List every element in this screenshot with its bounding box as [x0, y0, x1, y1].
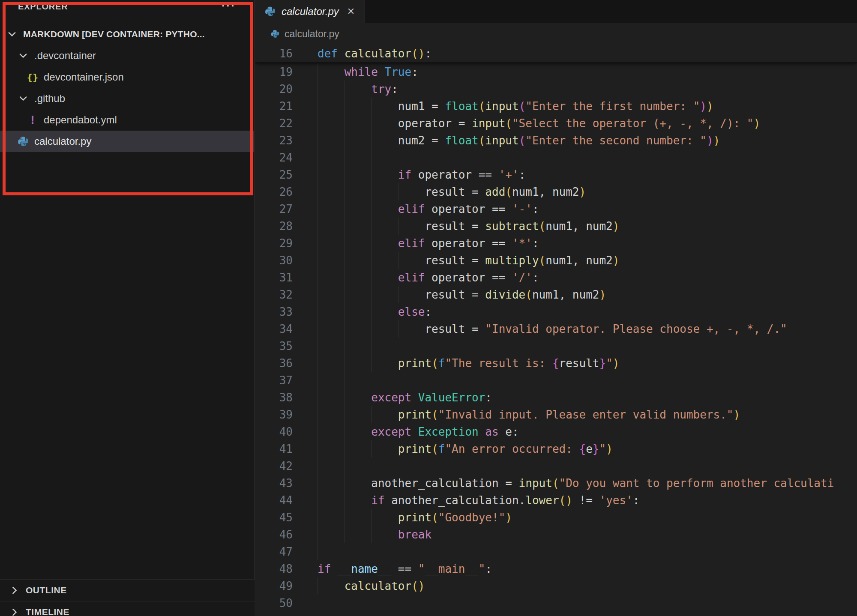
code-line-text: result = "Invalid operator. Please choos…: [318, 320, 857, 338]
code-area[interactable]: 19 while True:20 try:21 num1 = float(inp…: [255, 63, 857, 616]
code-line-36[interactable]: 36 print(f"The result is: {result}"): [255, 355, 857, 372]
code-line-30[interactable]: 30 result = multiply(num1, num2): [255, 252, 857, 269]
tree-item-label: .devcontainer: [34, 50, 96, 62]
code-line-47[interactable]: 47: [255, 543, 857, 560]
tree-item-dependabot.yml[interactable]: !dependabot.yml: [0, 109, 254, 131]
breadcrumb[interactable]: calculator.py: [255, 23, 857, 45]
line-number: 44: [255, 492, 318, 509]
outline-section[interactable]: OUTLINE: [0, 579, 255, 601]
code-line-text: result = divide(num1, num2): [318, 286, 857, 303]
code-line-37[interactable]: 37: [255, 372, 857, 389]
close-icon[interactable]: ✕: [347, 6, 355, 17]
code-line-32[interactable]: 32 result = divide(num1, num2): [255, 286, 857, 303]
chevron-down-icon: [17, 93, 29, 105]
code-line-33[interactable]: 33 else:: [255, 303, 857, 320]
tree-item-calculator.py[interactable]: calculator.py: [0, 131, 254, 152]
more-actions-icon[interactable]: ⋯: [221, 0, 235, 14]
line-number: 25: [255, 166, 318, 183]
code-line-text: elif operator == '-':: [318, 200, 857, 218]
file-tree: MARKDOWN [DEV CONTAINER: PYTHO....devcon…: [0, 24, 254, 152]
code-line-48[interactable]: 48if __name__ == "__main__":: [255, 560, 857, 577]
code-line-27[interactable]: 27 elif operator == '-':: [255, 200, 857, 218]
code-line-16[interactable]: 16def calculator():: [255, 45, 857, 62]
line-number: 30: [255, 252, 318, 269]
code-line-text: try:: [318, 81, 857, 98]
editor-group: calculator.py ✕ calculator.py 16def calc…: [255, 0, 857, 616]
tree-item-.github[interactable]: .github: [0, 88, 254, 109]
code-line-45[interactable]: 45 print("Goodbye!"): [255, 509, 857, 526]
code-line-46[interactable]: 46 break: [255, 526, 857, 543]
line-number: 19: [255, 63, 318, 81]
code-line-text: while True:: [318, 63, 857, 81]
breadcrumb-label: calculator.py: [285, 28, 339, 40]
code-line-text: except ValueError:: [318, 389, 857, 406]
line-number: 45: [255, 509, 318, 526]
line-number: 29: [255, 235, 318, 252]
code-line-text: num2 = float(input("Enter the second num…: [318, 132, 857, 149]
tree-item-label: dependabot.yml: [44, 114, 117, 126]
code-line-text: print("Invalid input. Please enter valid…: [318, 406, 857, 423]
code-line-19[interactable]: 19 while True:: [255, 63, 857, 81]
code-line-text: [318, 149, 857, 166]
code-line-text: [318, 338, 857, 355]
code-line-35[interactable]: 35: [255, 338, 857, 355]
code-line-text: print("Goodbye!"): [318, 509, 857, 526]
explorer-title: EXPLORER: [18, 2, 68, 12]
timeline-section[interactable]: TIMELINE: [0, 601, 255, 616]
tree-item-devcontainer.json[interactable]: {}devcontainer.json: [0, 66, 254, 88]
code-line-text: break: [318, 526, 857, 543]
code-line-text: calculator(): [318, 577, 857, 595]
code-line-50[interactable]: 50: [255, 595, 857, 612]
warn-icon: !: [27, 114, 39, 126]
sticky-scroll-line[interactable]: 16def calculator():: [255, 45, 857, 63]
line-number: 28: [255, 218, 318, 235]
python-icon: [270, 29, 280, 39]
code-line-34[interactable]: 34 result = "Invalid operator. Please ch…: [255, 320, 857, 338]
code-line-text: elif operator == '*':: [318, 235, 857, 252]
code-line-text: [318, 372, 857, 389]
code-line-text: def calculator():: [318, 45, 857, 62]
code-line-23[interactable]: 23 num2 = float(input("Enter the second …: [255, 132, 857, 149]
line-number: 33: [255, 303, 318, 320]
code-line-38[interactable]: 38 except ValueError:: [255, 389, 857, 406]
tree-item-.devcontainer[interactable]: .devcontainer: [0, 45, 254, 66]
code-line-text: if __name__ == "__main__":: [318, 560, 857, 577]
line-number: 50: [255, 595, 318, 612]
line-number: 37: [255, 372, 318, 389]
line-number: 23: [255, 132, 318, 149]
code-line-40[interactable]: 40 except Exception as e:: [255, 423, 857, 440]
code-line-29[interactable]: 29 elif operator == '*':: [255, 235, 857, 252]
line-number: 26: [255, 183, 318, 200]
code-line-31[interactable]: 31 elif operator == '/':: [255, 269, 857, 286]
tab-calculator-py[interactable]: calculator.py ✕: [255, 0, 365, 23]
code-line-26[interactable]: 26 result = add(num1, num2): [255, 183, 857, 200]
chevron-down-icon: [17, 50, 29, 62]
code-line-text: operator = input("Select the operator (+…: [318, 115, 857, 132]
code-line-24[interactable]: 24: [255, 149, 857, 166]
chevron-right-icon: [9, 584, 21, 596]
code-line-39[interactable]: 39 print("Invalid input. Please enter va…: [255, 406, 857, 423]
code-line-20[interactable]: 20 try:: [255, 81, 857, 98]
code-line-41[interactable]: 41 print(f"An error occurred: {e}"): [255, 440, 857, 458]
code-line-42[interactable]: 42: [255, 458, 857, 475]
code-line-text: [318, 458, 857, 475]
line-number: 36: [255, 355, 318, 372]
line-number: 27: [255, 200, 318, 218]
code-line-25[interactable]: 25 if operator == '+':: [255, 166, 857, 183]
vscode-window: EXPLORER ⋯ MARKDOWN [DEV CONTAINER: PYTH…: [0, 0, 857, 616]
code-line-44[interactable]: 44 if another_calculation.lower() != 'ye…: [255, 492, 857, 509]
code-line-22[interactable]: 22 operator = input("Select the operator…: [255, 115, 857, 132]
line-number: 49: [255, 577, 318, 595]
line-number: 31: [255, 269, 318, 286]
json-icon: {}: [27, 71, 39, 83]
code-line-43[interactable]: 43 another_calculation = input("Do you w…: [255, 475, 857, 492]
line-number: 34: [255, 320, 318, 338]
line-number: 40: [255, 423, 318, 440]
code-line-text: except Exception as e:: [318, 423, 857, 440]
tree-item-markdown-dev-container-pytho...[interactable]: MARKDOWN [DEV CONTAINER: PYTHO...: [0, 24, 254, 45]
code-line-text: num1 = float(input("Enter the first numb…: [318, 98, 857, 115]
code-line-49[interactable]: 49 calculator(): [255, 577, 857, 595]
python-icon: [264, 6, 276, 17]
code-line-28[interactable]: 28 result = subtract(num1, num2): [255, 218, 857, 235]
code-line-21[interactable]: 21 num1 = float(input("Enter the first n…: [255, 98, 857, 115]
